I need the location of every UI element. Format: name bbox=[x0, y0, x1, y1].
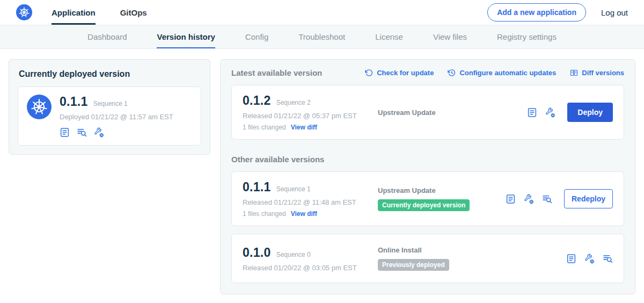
version-card-0-1-1: 0.1.1 Sequence 1 Released 01/21/22 @ 11:… bbox=[231, 171, 624, 226]
edit-config-icon[interactable] bbox=[545, 107, 555, 118]
deployed-version-number: 0.1.1 bbox=[60, 95, 88, 109]
subnav-version-history[interactable]: Version history bbox=[157, 25, 215, 48]
release-notes-icon[interactable] bbox=[527, 107, 537, 118]
deployed-date: Deployed 01/21/22 @ 11:57 am EST bbox=[60, 113, 173, 121]
version-card-0-1-0: 0.1.0 Sequence 0 Released 01/20/22 @ 03:… bbox=[231, 234, 624, 283]
main-content: Currently deployed version 0.1.1 Sequenc… bbox=[0, 49, 644, 303]
tab-gitops[interactable]: GitOps bbox=[120, 0, 147, 25]
release-notes-icon[interactable] bbox=[566, 254, 576, 264]
version-number: 0.1.0 bbox=[243, 246, 271, 260]
version-source-label: Upstream Update bbox=[378, 109, 527, 117]
subnav-dashboard[interactable]: Dashboard bbox=[87, 25, 127, 48]
released-date: Released 01/21/22 @ 05:37 pm EST bbox=[243, 112, 378, 120]
diff-versions-link[interactable]: Diff versions bbox=[570, 69, 624, 77]
logout-link[interactable]: Log out bbox=[601, 8, 628, 17]
deployed-sequence-label: Sequence 1 bbox=[93, 100, 128, 107]
release-notes-icon[interactable] bbox=[60, 127, 70, 138]
other-available-versions-title: Other available versions bbox=[231, 155, 624, 164]
available-versions-panel: Latest available version Check for updat… bbox=[220, 59, 635, 294]
diff-files-icon[interactable] bbox=[603, 254, 613, 264]
diff-columns-icon bbox=[570, 69, 578, 77]
subnav-troubleshoot[interactable]: Troubleshoot bbox=[298, 25, 345, 48]
subnav-view-files[interactable]: View files bbox=[433, 25, 467, 48]
version-history-actions: Check for update Configure automatic upd… bbox=[365, 69, 624, 77]
subnav-license[interactable]: License bbox=[375, 25, 403, 48]
deployed-version-card: 0.1.1 Sequence 1 Deployed 01/21/22 @ 11:… bbox=[18, 86, 201, 146]
view-diff-link[interactable]: View diff bbox=[291, 124, 317, 131]
version-card-latest: 0.1.2 Sequence 2 Released 01/21/22 @ 05:… bbox=[231, 85, 624, 140]
edit-config-icon[interactable] bbox=[584, 254, 595, 264]
subnav-config[interactable]: Config bbox=[245, 25, 268, 48]
check-for-update-label: Check for update bbox=[377, 69, 434, 77]
sequence-label: Sequence 0 bbox=[276, 251, 311, 258]
edit-config-icon[interactable] bbox=[524, 194, 534, 204]
previously-deployed-badge: Previously deployed bbox=[378, 259, 449, 271]
add-application-button[interactable]: Add a new application bbox=[487, 3, 586, 21]
released-date: Released 01/20/22 @ 03:05 pm EST bbox=[243, 264, 378, 272]
released-date: Released 01/21/22 @ 11:48 am EST bbox=[243, 198, 378, 206]
diff-versions-label: Diff versions bbox=[582, 69, 624, 77]
diff-files-icon[interactable] bbox=[77, 127, 87, 138]
subnav-registry-settings[interactable]: Registry settings bbox=[497, 25, 557, 48]
kubernetes-logo-icon[interactable] bbox=[16, 4, 32, 20]
refresh-icon bbox=[365, 69, 373, 77]
deployed-actions bbox=[60, 127, 173, 138]
version-number: 0.1.1 bbox=[243, 180, 271, 194]
redeploy-button[interactable]: Redeploy bbox=[564, 189, 613, 208]
deploy-button[interactable]: Deploy bbox=[567, 103, 613, 122]
configure-automatic-updates-link[interactable]: Configure automatic updates bbox=[448, 69, 556, 77]
top-navbar: Application GitOps Add a new application… bbox=[0, 0, 644, 25]
release-notes-icon[interactable] bbox=[506, 194, 516, 204]
top-tabs: Application GitOps bbox=[52, 0, 147, 25]
version-source-label: Online Install bbox=[378, 246, 566, 254]
view-diff-link[interactable]: View diff bbox=[291, 210, 317, 218]
deployed-panel-title: Currently deployed version bbox=[19, 69, 200, 79]
version-number: 0.1.2 bbox=[243, 93, 271, 108]
sequence-label: Sequence 1 bbox=[276, 185, 311, 193]
configure-automatic-updates-label: Configure automatic updates bbox=[459, 69, 556, 77]
check-for-update-link[interactable]: Check for update bbox=[365, 69, 434, 77]
currently-deployed-badge: Currently deployed version bbox=[378, 199, 470, 211]
files-changed-label: 1 files changed bbox=[243, 124, 286, 131]
edit-config-icon[interactable] bbox=[94, 127, 104, 138]
tab-application[interactable]: Application bbox=[52, 0, 96, 25]
schedule-icon bbox=[448, 69, 456, 77]
currently-deployed-panel: Currently deployed version 0.1.1 Sequenc… bbox=[9, 59, 210, 155]
sequence-label: Sequence 2 bbox=[276, 99, 311, 106]
files-changed-label: 1 files changed bbox=[243, 210, 286, 218]
app-subnav: Dashboard Version history Config Trouble… bbox=[0, 25, 644, 49]
diff-files-icon[interactable] bbox=[542, 194, 552, 204]
latest-available-title: Latest available version bbox=[231, 68, 322, 77]
version-source-label: Upstream Update bbox=[378, 186, 506, 194]
app-kubernetes-icon bbox=[27, 95, 52, 119]
